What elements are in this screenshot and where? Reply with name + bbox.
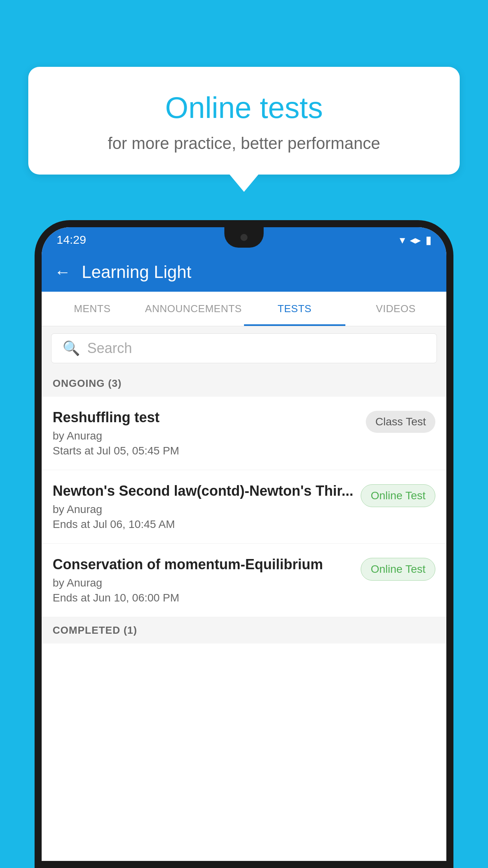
test-badge-1: Class Test (366, 411, 435, 433)
app-bar: ← Learning Light (42, 252, 446, 292)
search-bar[interactable]: 🔍 Search (51, 333, 437, 363)
tab-videos[interactable]: VIDEOS (345, 292, 447, 326)
test-author-3: by Anurag (53, 577, 354, 589)
camera (240, 234, 248, 241)
phone-screen: 14:29 ▾ ◂▸ ▮ ← Learning Light MENTS ANNO… (42, 227, 446, 861)
test-info-1: Reshuffling test by Anurag Starts at Jul… (53, 409, 360, 457)
status-time: 14:29 (57, 233, 86, 246)
test-time-3: Ends at Jun 10, 06:00 PM (53, 592, 354, 604)
search-icon: 🔍 (62, 340, 80, 357)
status-icons: ▾ ◂▸ ▮ (400, 234, 431, 246)
test-item-1[interactable]: Reshuffling test by Anurag Starts at Jul… (42, 397, 446, 470)
bubble-title: Online tests (44, 90, 444, 125)
search-input-placeholder[interactable]: Search (87, 340, 132, 357)
speech-bubble: Online tests for more practice, better p… (28, 67, 460, 175)
status-bar: 14:29 ▾ ◂▸ ▮ (42, 227, 446, 252)
test-name-2: Newton's Second law(contd)-Newton's Thir… (53, 483, 354, 499)
tab-announcements[interactable]: ANNOUNCEMENTS (143, 292, 244, 326)
app-title: Learning Light (82, 262, 191, 282)
test-badge-2: Online Test (361, 484, 435, 507)
test-item-3[interactable]: Conservation of momentum-Equilibrium by … (42, 544, 446, 617)
back-button[interactable]: ← (54, 263, 71, 281)
test-info-3: Conservation of momentum-Equilibrium by … (53, 556, 354, 604)
test-name-1: Reshuffling test (53, 409, 360, 426)
test-author-2: by Anurag (53, 503, 354, 516)
search-container: 🔍 Search (42, 326, 446, 370)
test-item-2[interactable]: Newton's Second law(contd)-Newton's Thir… (42, 470, 446, 544)
test-time-2: Ends at Jul 06, 10:45 AM (53, 518, 354, 531)
ongoing-section-header: ONGOING (3) (42, 370, 446, 397)
test-author-1: by Anurag (53, 430, 360, 442)
bubble-subtitle: for more practice, better performance (44, 134, 444, 153)
phone-frame: 14:29 ▾ ◂▸ ▮ ← Learning Light MENTS ANNO… (35, 220, 453, 868)
battery-icon: ▮ (426, 234, 431, 246)
completed-section-header: COMPLETED (1) (42, 617, 446, 644)
notch (224, 227, 264, 248)
wifi-icon: ▾ (400, 234, 405, 246)
test-time-1: Starts at Jul 05, 05:45 PM (53, 445, 360, 457)
tabs-bar: MENTS ANNOUNCEMENTS TESTS VIDEOS (42, 292, 446, 326)
tab-tests[interactable]: TESTS (244, 292, 345, 326)
test-name-3: Conservation of momentum-Equilibrium (53, 556, 354, 573)
test-info-2: Newton's Second law(contd)-Newton's Thir… (53, 483, 354, 531)
tab-ments[interactable]: MENTS (42, 292, 143, 326)
signal-icon: ◂▸ (410, 234, 421, 246)
test-badge-3: Online Test (361, 558, 435, 581)
